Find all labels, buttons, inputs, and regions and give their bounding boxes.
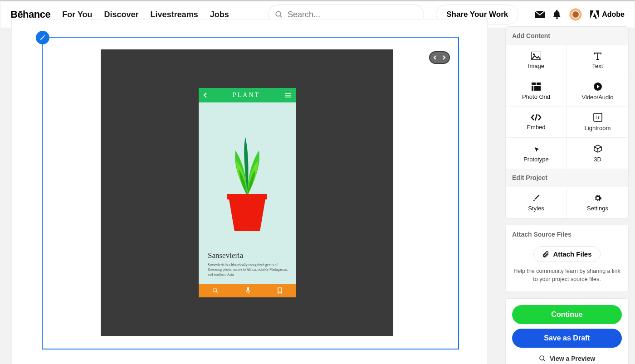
- svg-marker-11: [229, 199, 265, 231]
- attach-desc: Help the community learn by sharing a li…: [512, 267, 622, 283]
- tile-3d[interactable]: 3D: [567, 138, 628, 169]
- right-sidepanel: Add Content Image Text Photo Grid Video/…: [499, 28, 635, 364]
- mockup-text: Sansevieria Sansevieria is a historicall…: [208, 251, 290, 277]
- adobe-icon: [590, 10, 599, 19]
- cube-icon: [593, 144, 602, 153]
- image-block[interactable]: PLANT: [101, 49, 393, 336]
- reorder-handle[interactable]: [429, 51, 450, 64]
- main-nav: For You Discover Livestreams Jobs: [62, 10, 229, 19]
- add-content-panel: Add Content Image Text Photo Grid Video/…: [505, 26, 629, 218]
- pencil-icon: [39, 34, 46, 41]
- cursor-click-icon: [532, 144, 541, 153]
- svg-rect-20: [532, 86, 533, 91]
- svg-rect-18: [532, 83, 536, 85]
- svg-rect-10: [227, 194, 267, 199]
- selected-block-frame[interactable]: PLANT: [42, 37, 459, 349]
- phone-mockup: PLANT: [199, 88, 296, 297]
- svg-marker-6: [593, 13, 597, 19]
- add-content-header: Add Content: [506, 27, 628, 45]
- project-surface: PLANT: [11, 19, 488, 364]
- tile-photo-grid[interactable]: Photo Grid: [506, 76, 567, 107]
- image-icon: [531, 52, 541, 60]
- search-icon: [275, 10, 283, 19]
- bookmark-icon: [278, 287, 282, 294]
- attach-header: Attach Source Files: [506, 225, 628, 240]
- attach-files-button[interactable]: Attach Files: [533, 246, 600, 262]
- paperclip-icon: [542, 251, 549, 258]
- svg-marker-4: [590, 10, 593, 19]
- view-preview-link[interactable]: View a Preview: [512, 352, 622, 364]
- nav-for-you[interactable]: For You: [62, 10, 92, 19]
- mockup-card-title: Sansevieria: [208, 251, 290, 260]
- nav-livestreams[interactable]: Livestreams: [151, 10, 198, 19]
- bell-icon[interactable]: [553, 10, 561, 19]
- mockup-tabbar: [199, 284, 296, 297]
- nav-discover[interactable]: Discover: [104, 10, 139, 19]
- svg-line-30: [543, 359, 545, 361]
- mockup-body: Sansevieria Sansevieria is a historicall…: [199, 102, 296, 284]
- adobe-link[interactable]: Adobe: [590, 10, 625, 19]
- mic-icon: [246, 287, 250, 294]
- tile-settings[interactable]: Settings: [567, 187, 628, 218]
- content-tiles: Image Text Photo Grid Video/Audio Embed: [506, 45, 628, 169]
- svg-point-0: [276, 11, 281, 16]
- editor-column: PLANT: [0, 28, 499, 364]
- header-icons: Adobe: [535, 8, 625, 21]
- brush-icon: [532, 194, 540, 202]
- tile-text[interactable]: Text: [567, 45, 628, 76]
- edit-block-button[interactable]: [36, 31, 49, 44]
- tile-lightroom[interactable]: Lr Lightroom: [567, 107, 628, 138]
- avatar[interactable]: [569, 8, 582, 21]
- hamburger-icon: [285, 93, 291, 97]
- svg-line-13: [216, 291, 218, 293]
- code-icon: [531, 114, 542, 121]
- lightroom-icon: Lr: [593, 113, 602, 122]
- tile-video-audio[interactable]: Video/Audio: [567, 76, 628, 107]
- gear-icon: [594, 194, 602, 202]
- page: PLANT: [0, 28, 635, 364]
- svg-line-1: [280, 15, 282, 17]
- attach-source-panel: Attach Source Files Attach Files Help th…: [505, 225, 629, 292]
- svg-point-17: [533, 53, 535, 55]
- search-input[interactable]: [288, 10, 417, 19]
- continue-button[interactable]: Continue: [512, 305, 622, 324]
- edit-project-header: Edit Project: [506, 169, 628, 187]
- svg-rect-21: [534, 86, 541, 91]
- svg-point-29: [540, 356, 544, 360]
- tile-styles[interactable]: Styles: [506, 187, 567, 218]
- svg-point-3: [556, 17, 558, 19]
- search-icon: [539, 355, 546, 362]
- mockup-card-desc: Sansevieria is a historically recognized…: [208, 263, 290, 277]
- text-icon: [593, 52, 602, 60]
- mockup-title: PLANT: [233, 92, 260, 99]
- tile-prototype[interactable]: Prototype: [506, 138, 567, 169]
- search-icon: [212, 287, 219, 294]
- svg-rect-19: [537, 83, 541, 85]
- nav-jobs[interactable]: Jobs: [210, 10, 229, 19]
- edit-tiles: Styles Settings: [506, 187, 628, 218]
- play-icon: [593, 82, 602, 91]
- tile-embed[interactable]: Embed: [506, 107, 567, 138]
- actions-panel: Continue Save as Draft View a Preview: [505, 298, 629, 364]
- svg-text:Lr: Lr: [596, 115, 600, 120]
- save-draft-button[interactable]: Save as Draft: [512, 329, 622, 348]
- mail-icon[interactable]: [535, 11, 545, 18]
- tile-image[interactable]: Image: [506, 45, 567, 76]
- svg-point-12: [213, 288, 217, 292]
- plant-illustration: [220, 137, 274, 237]
- mockup-appbar: PLANT: [199, 88, 296, 102]
- svg-rect-14: [247, 287, 249, 291]
- chevron-left-icon: [203, 92, 208, 98]
- svg-line-24: [535, 114, 537, 121]
- arrows-left-right-icon: [433, 55, 446, 60]
- grid-icon: [532, 83, 541, 91]
